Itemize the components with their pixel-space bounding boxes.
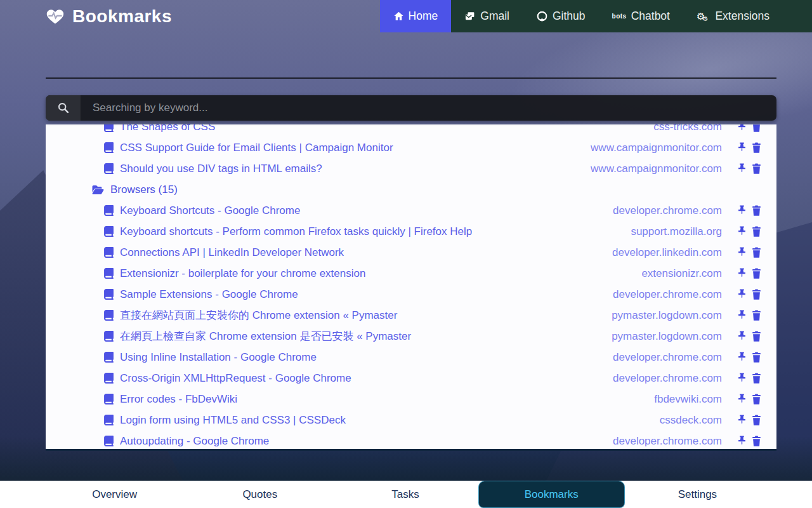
delete-button[interactable] <box>752 142 761 153</box>
bookmark-domain-link[interactable]: www.campaignmonitor.com <box>591 142 722 154</box>
trash-icon <box>752 268 761 279</box>
brand: Bookmarks <box>0 0 172 32</box>
nav-item-github[interactable]: Github <box>523 0 599 32</box>
pin-icon <box>738 142 746 153</box>
delete-button[interactable] <box>752 436 761 446</box>
delete-button[interactable] <box>752 268 761 279</box>
pin-button[interactable] <box>738 226 746 237</box>
nav-item-label: Github <box>553 10 586 23</box>
delete-button[interactable] <box>752 163 761 174</box>
tab-label: Bookmarks <box>525 488 579 501</box>
pin-icon <box>738 289 746 300</box>
bookmark-domain-link[interactable]: developer.chrome.com <box>613 288 722 301</box>
bookmark-title-link[interactable]: Connections API | LinkedIn Developer Net… <box>120 246 344 259</box>
trash-icon <box>752 247 761 258</box>
delete-button[interactable] <box>752 205 761 216</box>
nav-item-home[interactable]: Home <box>380 0 452 32</box>
bookmark-title-link[interactable]: Extensionizr - boilerplate for your chro… <box>120 267 365 280</box>
bookmark-title-link[interactable]: Keyboard Shortcuts - Google Chrome <box>120 204 300 217</box>
bookmark-domain-link[interactable]: support.mozilla.org <box>631 225 722 238</box>
bookmark-row: Using Inline Installation - Google Chrom… <box>46 347 776 368</box>
trash-icon <box>752 436 761 446</box>
pin-button[interactable] <box>738 268 746 279</box>
tab-overview[interactable]: Overview <box>42 481 187 508</box>
bookmark-title-link[interactable]: Cross-Origin XMLHttpRequest - Google Chr… <box>120 372 351 385</box>
bookmark-row: Autoupdating - Google Chrome developer.c… <box>46 431 776 451</box>
bookmark-domain-link[interactable]: developer.chrome.com <box>613 372 722 385</box>
delete-button[interactable] <box>752 331 761 342</box>
nav-item-extensions[interactable]: ⚙⚙ Extensions <box>683 0 783 32</box>
search-input[interactable] <box>81 95 776 121</box>
search-button[interactable] <box>46 95 81 121</box>
pin-button[interactable] <box>738 436 746 446</box>
bookmark-title-link[interactable]: Keyboard shortcuts - Perform common Fire… <box>120 225 472 238</box>
delete-button[interactable] <box>752 124 761 132</box>
tab-settings[interactable]: Settings <box>625 481 770 508</box>
delete-button[interactable] <box>752 289 761 300</box>
bookmark-title-link[interactable]: Autoupdating - Google Chrome <box>120 435 269 448</box>
delete-button[interactable] <box>752 352 761 363</box>
delete-button[interactable] <box>752 394 761 404</box>
bookmark-row: Keyboard Shortcuts - Google Chrome devel… <box>46 200 776 221</box>
bookmark-domain-link[interactable]: fbdevwiki.com <box>654 393 722 406</box>
bookmark-domain-link[interactable]: developer.chrome.com <box>613 351 722 364</box>
bookmark-title-link[interactable]: CSS Support Guide for Email Clients | Ca… <box>120 142 393 154</box>
pin-button[interactable] <box>738 247 746 258</box>
bookmark-domain-link[interactable]: css-tricks.com <box>653 124 722 133</box>
pin-icon <box>738 268 746 279</box>
pin-button[interactable] <box>738 310 746 321</box>
bookmark-title-link[interactable]: 直接在網站頁面上安裝你的 Chrome extension « Pymaster <box>120 308 397 323</box>
tab-label: Settings <box>678 488 717 501</box>
delete-button[interactable] <box>752 247 761 258</box>
bookmark-row: 在網頁上檢查自家 Chrome extension 是否已安裝 « Pymast… <box>46 326 776 347</box>
tab-bookmarks[interactable]: Bookmarks <box>478 481 625 508</box>
pin-button[interactable] <box>738 415 746 425</box>
bookmark-row: Sample Extensions - Google Chrome develo… <box>46 284 776 305</box>
tab-quotes[interactable]: Quotes <box>187 481 332 508</box>
nav-item-label: Chatbot <box>631 10 670 23</box>
trash-icon <box>752 394 761 404</box>
bookmark-title-link[interactable]: Should you use DIV tags in HTML emails? <box>120 163 322 175</box>
bookmark-domain-link[interactable]: www.campaignmonitor.com <box>591 163 722 175</box>
pin-button[interactable] <box>738 394 746 404</box>
delete-button[interactable] <box>752 415 761 425</box>
delete-button[interactable] <box>752 310 761 321</box>
bookmark-title-link[interactable]: The Shapes of CSS <box>120 124 215 133</box>
search-bar <box>46 95 776 121</box>
pin-button[interactable] <box>738 205 746 216</box>
pin-button[interactable] <box>738 163 746 174</box>
delete-button[interactable] <box>752 373 761 384</box>
gmail-icon <box>464 11 476 22</box>
delete-button[interactable] <box>752 226 761 237</box>
folder-row: Browsers (15) <box>46 179 776 200</box>
pin-button[interactable] <box>738 373 746 384</box>
trash-icon <box>752 331 761 342</box>
bookmark-title-link[interactable]: Sample Extensions - Google Chrome <box>120 288 298 301</box>
divider-line <box>46 77 776 79</box>
bookmark-domain-link[interactable]: cssdeck.com <box>660 414 722 427</box>
bookmark-title-link[interactable]: Login form using HTML5 and CSS3 | CSSDec… <box>120 414 346 427</box>
pin-button[interactable] <box>738 124 746 132</box>
pin-button[interactable] <box>738 352 746 363</box>
book-icon <box>104 163 114 174</box>
bookmark-domain-link[interactable]: developer.chrome.com <box>613 204 722 217</box>
cogs-icon: ⚙⚙ <box>697 11 710 21</box>
bookmark-domain-link[interactable]: developer.linkedin.com <box>612 246 722 259</box>
top-navbar: Bookmarks Home Gmail <box>0 0 812 32</box>
bookmark-title-link[interactable]: Browsers (15) <box>110 184 178 196</box>
nav-item-gmail[interactable]: Gmail <box>451 0 523 32</box>
bookmark-domain-link[interactable]: pymaster.logdown.com <box>612 309 722 322</box>
bookmark-row: Extensionizr - boilerplate for your chro… <box>46 263 776 284</box>
book-icon <box>104 415 114 425</box>
nav-item-chatbot[interactable]: bots Chatbot <box>599 0 683 32</box>
bookmark-title-link[interactable]: Error codes - FbDevWiki <box>120 393 237 406</box>
pin-button[interactable] <box>738 289 746 300</box>
bookmark-domain-link[interactable]: pymaster.logdown.com <box>612 330 722 343</box>
pin-button[interactable] <box>738 331 746 342</box>
bookmark-title-link[interactable]: 在網頁上檢查自家 Chrome extension 是否已安裝 « Pymast… <box>120 329 411 344</box>
pin-button[interactable] <box>738 142 746 153</box>
bookmark-domain-link[interactable]: developer.chrome.com <box>613 435 722 448</box>
tab-tasks[interactable]: Tasks <box>332 481 478 508</box>
bookmark-title-link[interactable]: Using Inline Installation - Google Chrom… <box>120 351 317 364</box>
bookmark-domain-link[interactable]: extensionizr.com <box>641 267 722 280</box>
